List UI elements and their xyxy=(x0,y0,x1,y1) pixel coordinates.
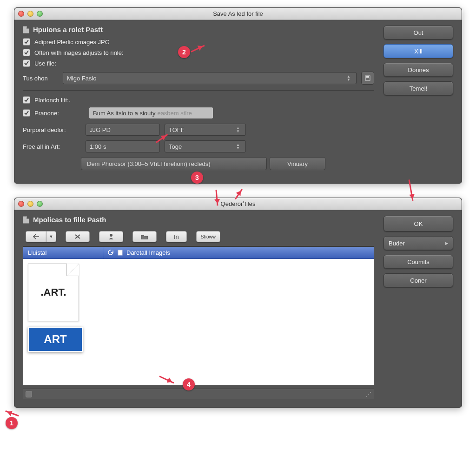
button-label: Temel! xyxy=(410,85,427,92)
coner-button[interactable]: Coner xyxy=(383,273,453,287)
refresh-icon xyxy=(108,250,114,256)
button-label: Dem Phorosor (3:00–5 VhLThirefiom) recle… xyxy=(87,160,211,167)
checkbox-label: Adipred Plerlic cmages JPG xyxy=(34,39,110,46)
button-label: OK xyxy=(414,220,423,227)
nav-dropdown-button[interactable]: ▼ xyxy=(46,231,56,242)
chevron-updown-icon: ▲▼ xyxy=(345,75,352,81)
annotation-badge-3: 3 xyxy=(191,172,203,184)
save-as-dialog: Save As led for file Hpuions a rolet Pas… xyxy=(14,7,462,184)
xill-button[interactable]: Xill xyxy=(383,44,453,58)
annotation-badge-2: 2 xyxy=(178,46,190,58)
page-icon xyxy=(118,250,123,256)
resize-grip-icon[interactable]: ⋰ xyxy=(366,391,371,397)
aux-button[interactable]: Vinuary xyxy=(270,157,325,170)
thumbnail-area: .ART. ART xyxy=(23,259,103,385)
button-label: Showw xyxy=(201,234,216,239)
chevron-right-icon: ▶ xyxy=(445,241,448,245)
annotation-badge-1: 1 xyxy=(6,417,18,429)
chevron-updown-icon: ▲▼ xyxy=(234,143,242,150)
checkbox-label: Plotlonch litt:. xyxy=(34,97,70,104)
section-title: Hpuions a rolet Pastt xyxy=(33,26,103,33)
dropdown-value: Migo Faslo xyxy=(67,75,97,82)
close-icon[interactable] xyxy=(18,11,24,17)
button-label: Donnes xyxy=(408,66,429,73)
dropdown-value: Toge xyxy=(169,143,182,150)
checkbox-label: Often with inages adjusts to rinle: xyxy=(34,49,124,56)
section-title: Mpolicas to fille Pasth xyxy=(33,216,106,224)
status-bar: ⋰ xyxy=(23,389,374,399)
section-header: Mpolicas to fille Pasth xyxy=(23,216,374,224)
close-icon[interactable] xyxy=(18,201,24,207)
left-column: Lluistal .ART. ART xyxy=(23,247,103,385)
toolbar: ▼ In Showw xyxy=(23,228,374,246)
show-button[interactable]: Showw xyxy=(196,231,220,242)
button-label: Buder xyxy=(389,240,405,247)
donnes-button[interactable]: Donnes xyxy=(383,63,453,77)
out-button[interactable]: Out xyxy=(383,26,453,40)
checkbox[interactable] xyxy=(23,38,30,46)
section-header: Hpuions a rolet Pastt xyxy=(23,26,374,33)
zoom-icon[interactable] xyxy=(37,201,43,207)
ok-button[interactable]: OK xyxy=(383,216,453,231)
svg-rect-1 xyxy=(366,76,369,78)
input-placeholder: easbem stlre xyxy=(157,110,192,117)
annotation-arrow xyxy=(5,410,19,416)
minimize-icon[interactable] xyxy=(27,11,33,17)
zoom-icon[interactable] xyxy=(37,11,43,17)
right-column: Daretall Imagels xyxy=(103,247,374,385)
column-title: Daretall Imagels xyxy=(126,249,170,256)
compression-input[interactable]: JJG PD xyxy=(86,124,160,136)
document-icon xyxy=(23,216,29,224)
checkbox-label: Pranone: xyxy=(34,110,85,117)
button-label: Vinuary xyxy=(287,160,308,167)
traffic-lights xyxy=(18,201,43,207)
time-input[interactable]: 1:00 s xyxy=(86,140,160,152)
file-browser-dialog: Qederorˈfiles Mpolicas to fille Pasth ▼ xyxy=(14,198,462,408)
user-button[interactable] xyxy=(99,231,123,242)
dropdown-label: Tus ohon xyxy=(23,75,58,82)
badge-label: ART xyxy=(44,333,66,346)
status-cap-left[interactable] xyxy=(26,391,32,397)
column-title: Lluistal xyxy=(28,249,46,256)
preset-dropdown[interactable]: Migo Faslo ▲▼ xyxy=(63,72,357,84)
checkbox[interactable] xyxy=(23,49,30,56)
svg-rect-5 xyxy=(118,250,122,255)
dropdown-value: TOFF xyxy=(169,126,185,133)
mode-dropdown[interactable]: Toge ▲▼ xyxy=(165,140,246,152)
temel-button[interactable]: Temel! xyxy=(383,81,453,95)
input-value: JJG PD xyxy=(90,126,111,133)
minimize-icon[interactable] xyxy=(27,201,33,207)
checkbox[interactable] xyxy=(23,60,30,67)
name-input[interactable]: Bum As itslo to a siouty easbem stlre xyxy=(89,107,213,119)
file-type-badge[interactable]: ART xyxy=(28,327,83,352)
column-header-left[interactable]: Lluistal xyxy=(23,247,103,259)
coumits-button[interactable]: Coumits xyxy=(383,255,453,269)
chevron-updown-icon: ▲▼ xyxy=(234,126,242,133)
svg-point-4 xyxy=(110,234,112,237)
button-label: Xill xyxy=(414,48,422,55)
field-label: Free all in Art: xyxy=(23,143,81,150)
nav-back-button[interactable] xyxy=(26,231,46,242)
checkbox[interactable] xyxy=(23,96,30,104)
file-list-area[interactable] xyxy=(103,259,374,385)
profile-button[interactable]: Dem Phorosor (3:00–5 VhLThirefiom) recle… xyxy=(81,157,267,170)
format-dropdown[interactable]: TOFF ▲▼ xyxy=(165,124,246,136)
button-label: In xyxy=(174,233,179,240)
save-preset-button[interactable] xyxy=(361,72,374,85)
input-value: 1:00 s xyxy=(90,143,106,150)
file-thumbnail[interactable]: .ART. xyxy=(28,264,79,321)
delete-button[interactable] xyxy=(66,231,90,242)
window-title: Save As led for file xyxy=(213,10,263,17)
annotation-badge-4: 4 xyxy=(183,378,195,390)
button-label: Coumits xyxy=(407,258,430,265)
input-text: Bum As itslo to a siouty xyxy=(93,110,155,117)
folder-button[interactable] xyxy=(132,231,157,242)
button-label: Coner xyxy=(410,277,426,284)
column-header-right[interactable]: Daretall Imagels xyxy=(103,247,374,259)
file-extension-label: .ART. xyxy=(41,286,66,298)
window-title: Qederorˈfiles xyxy=(221,200,256,207)
checkbox[interactable] xyxy=(23,109,30,117)
field-label: Porporal deolor: xyxy=(23,126,81,133)
buder-button[interactable]: Buder ▶ xyxy=(383,236,453,250)
in-button[interactable]: In xyxy=(166,231,187,242)
